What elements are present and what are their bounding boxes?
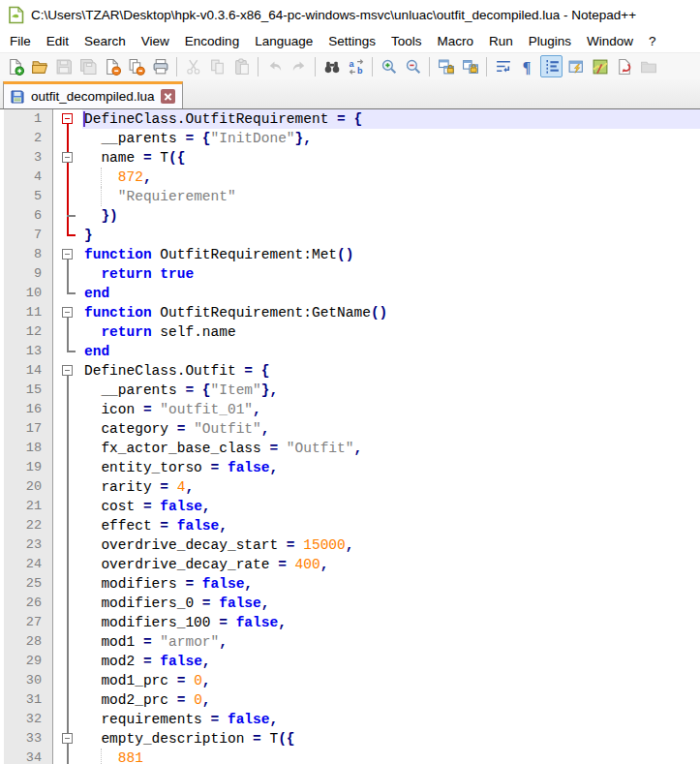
code-text[interactable]: category = "Outfit", [82, 419, 700, 439]
line-number[interactable]: 24 [4, 555, 53, 574]
word-wrap-button[interactable] [492, 55, 514, 77]
new-file-button[interactable] [4, 55, 26, 77]
menu-item-language[interactable]: Language [247, 31, 320, 51]
document-map-button[interactable] [589, 55, 611, 77]
fold-toggle-icon[interactable] [62, 365, 73, 376]
code-text[interactable]: mod2_prc = 0, [82, 690, 700, 710]
line-number[interactable]: 20 [4, 477, 53, 497]
code-text[interactable]: mod1 = "armor", [82, 632, 700, 652]
menu-item-help[interactable]: ? [641, 31, 664, 51]
open-button[interactable] [28, 55, 50, 77]
code-text[interactable]: fx_actor_base_class = "Outfit", [82, 439, 700, 458]
sync-vertical-button[interactable] [435, 55, 457, 77]
function-list-button[interactable] [564, 55, 587, 77]
line-number[interactable]: 5 [4, 187, 53, 206]
line-number[interactable]: 29 [4, 652, 53, 671]
code-text[interactable]: return true [82, 264, 700, 284]
fold-toggle-icon[interactable] [62, 307, 73, 318]
line-number[interactable]: 34 [4, 749, 53, 764]
line-number[interactable]: 2 [4, 129, 53, 148]
fold-toggle-icon[interactable] [62, 152, 73, 163]
indent-guide-button[interactable] [540, 55, 563, 77]
line-number[interactable]: 23 [4, 535, 53, 555]
line-number[interactable]: 17 [4, 419, 53, 439]
code-text[interactable]: effect = false, [82, 516, 700, 535]
replace-button[interactable]: ab [345, 55, 367, 77]
line-number[interactable]: 11 [4, 303, 53, 322]
menu-item-macro[interactable]: Macro [430, 31, 482, 51]
line-number[interactable]: 18 [4, 439, 53, 458]
line-number[interactable]: 12 [4, 322, 53, 342]
code-text[interactable]: __parents = {"Item"}, [82, 381, 700, 400]
menu-item-run[interactable]: Run [481, 31, 521, 51]
line-number[interactable]: 1 [4, 109, 53, 129]
code-text[interactable]: "Requierement" [82, 187, 700, 206]
close-button[interactable] [101, 55, 123, 77]
code-text[interactable]: function OutfitRequirement:Met() [82, 245, 700, 264]
menu-item-view[interactable]: View [134, 31, 177, 51]
code-text[interactable]: mod1_prc = 0, [82, 671, 700, 690]
line-number[interactable]: 19 [4, 458, 53, 477]
menu-item-tools[interactable]: Tools [383, 31, 430, 51]
code-text[interactable]: mod2 = false, [82, 652, 700, 671]
sync-horizontal-button[interactable] [459, 55, 481, 77]
code-text[interactable]: function OutfitRequirement:GetName() [82, 303, 700, 322]
menu-item-edit[interactable]: Edit [39, 31, 76, 51]
code-text[interactable]: overdrive_decay_start = 15000, [82, 535, 700, 555]
line-number[interactable]: 25 [4, 574, 53, 594]
code-text[interactable]: icon = "outfit_01", [82, 400, 700, 419]
code-text[interactable]: name = T({ [82, 148, 700, 168]
find-button[interactable] [320, 55, 343, 77]
zoom-out-button[interactable] [402, 55, 424, 77]
code-text[interactable]: modifiers_100 = false, [82, 613, 700, 632]
code-text[interactable]: DefineClass.OutfitRequirement = { [82, 109, 700, 129]
code-text[interactable]: cost = false, [82, 497, 700, 516]
code-text[interactable]: } [82, 226, 700, 245]
code-text[interactable]: requirements = false, [82, 710, 700, 729]
zoom-in-button[interactable] [378, 55, 400, 77]
line-number[interactable]: 8 [4, 245, 53, 264]
show-all-characters-button[interactable]: ¶ [516, 55, 538, 77]
fold-toggle-icon[interactable] [62, 733, 73, 744]
code-text[interactable]: end [82, 342, 700, 361]
line-number[interactable]: 7 [4, 226, 53, 245]
code-text[interactable]: rarity = 4, [82, 477, 700, 497]
line-number[interactable]: 33 [4, 729, 53, 749]
code-text[interactable]: modifiers = false, [82, 574, 700, 594]
tab-outfit-decompiled[interactable]: outfit_decompiled.lua [3, 81, 183, 108]
code-text[interactable]: DefineClass.Outfit = { [82, 361, 700, 381]
line-number[interactable]: 10 [4, 284, 53, 303]
line-number[interactable]: 16 [4, 400, 53, 419]
code-text[interactable]: empty_description = T({ [82, 729, 700, 749]
code-text[interactable]: 872, [82, 168, 700, 187]
code-text[interactable]: modifiers_0 = false, [82, 594, 700, 613]
line-number[interactable]: 32 [4, 710, 53, 729]
code-text[interactable]: end [82, 284, 700, 303]
code-text[interactable]: entity_torso = false, [82, 458, 700, 477]
line-number[interactable]: 9 [4, 264, 53, 284]
menu-item-file[interactable]: File [2, 31, 39, 51]
line-number[interactable]: 4 [4, 168, 53, 187]
line-number[interactable]: 14 [4, 361, 53, 381]
menu-item-settings[interactable]: Settings [320, 31, 383, 51]
menu-item-encoding[interactable]: Encoding [177, 31, 247, 51]
menu-item-search[interactable]: Search [76, 31, 134, 51]
line-number[interactable]: 6 [4, 206, 53, 226]
code-text[interactable]: __parents = {"InitDone"}, [82, 129, 700, 148]
fold-toggle-icon[interactable] [62, 113, 73, 124]
code-text[interactable]: 881 [82, 749, 700, 764]
menu-item-window[interactable]: Window [579, 31, 641, 51]
editor[interactable]: 1DefineClass.OutfitRequirement = {2 __pa… [0, 109, 700, 764]
line-number[interactable]: 13 [4, 342, 53, 361]
code-text[interactable]: return self.name [82, 322, 700, 342]
print-button[interactable] [149, 55, 171, 77]
line-number[interactable]: 30 [4, 671, 53, 690]
close-all-button[interactable] [125, 55, 147, 77]
tab-close-icon[interactable] [161, 89, 175, 104]
line-number[interactable]: 3 [4, 148, 53, 168]
macro-record-button[interactable] [613, 55, 635, 77]
line-number[interactable]: 28 [4, 632, 53, 652]
line-number[interactable]: 26 [4, 594, 53, 613]
line-number[interactable]: 15 [4, 381, 53, 400]
line-number[interactable]: 31 [4, 690, 53, 710]
